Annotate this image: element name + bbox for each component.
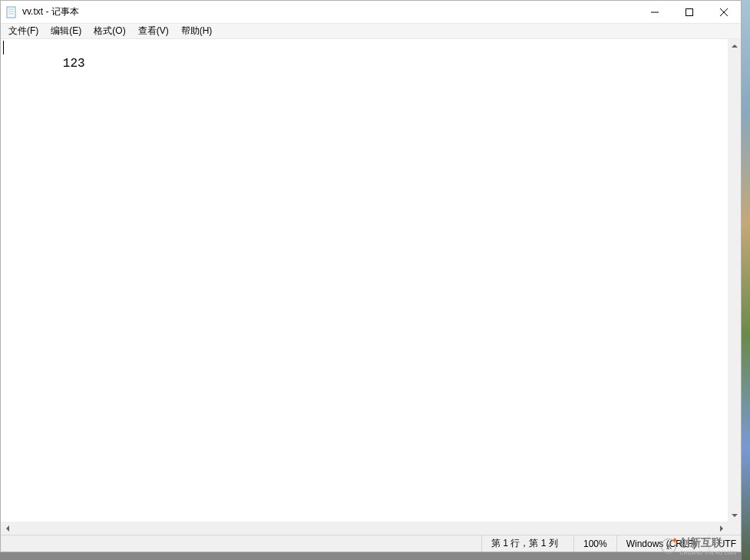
maximize-button[interactable] [672,1,706,23]
titlebar[interactable]: vv.txt - 记事本 [1,1,741,24]
content-area: 123 第 1 行，第 1 列 [1,39,741,552]
notepad-icon [5,6,18,18]
menu-edit[interactable]: 编辑(E) [45,23,88,39]
svg-marker-10 [6,525,9,532]
desktop-background-sliver [742,0,750,560]
scroll-right-button[interactable] [715,522,728,535]
editor-container: 123 [1,39,741,535]
svg-marker-8 [732,44,738,48]
watermark: X 创新互联 CHUANG XIN HU LIAN [661,536,736,555]
status-cursor-position: 第 1 行，第 1 列 [481,535,573,552]
window-title: vv.txt - 记事本 [22,5,79,18]
status-zoom: 100% [573,535,616,552]
menubar: 文件(F) 编辑(E) 格式(O) 查看(V) 帮助(H) [1,24,741,39]
menu-help[interactable]: 帮助(H) [175,23,219,39]
scroll-down-button[interactable] [728,509,741,522]
svg-marker-9 [732,514,738,517]
text-editor[interactable]: 123 [1,39,728,522]
menu-format[interactable]: 格式(O) [88,23,131,39]
scrollbar-corner [728,522,741,535]
minimize-button[interactable] [637,1,672,23]
svg-rect-5 [686,8,692,15]
scroll-up-button[interactable] [728,39,741,52]
horizontal-scrollbar[interactable] [1,522,728,535]
svg-marker-11 [720,525,723,532]
editor-content: 123 [63,57,85,71]
watermark-text: 创新互联 CHUANG XIN HU LIAN [679,536,736,555]
vertical-scrollbar[interactable] [728,39,741,522]
menu-view[interactable]: 查看(V) [132,23,175,39]
text-cursor [3,41,4,54]
close-button[interactable] [706,1,741,23]
menu-file[interactable]: 文件(F) [2,23,45,39]
scroll-left-button[interactable] [1,522,14,535]
statusbar: 第 1 行，第 1 列 100% Windows (CRLF) UTF [1,535,741,552]
svg-rect-0 [7,7,15,18]
watermark-main-text: 创新互联 [679,536,736,550]
watermark-sub-text: CHUANG XIN HU LIAN [679,550,736,555]
watermark-logo-icon: X [661,539,676,554]
notepad-window: vv.txt - 记事本 文件(F) 编辑(E) 格式(O) 查看(V) 帮助(… [0,0,742,552]
